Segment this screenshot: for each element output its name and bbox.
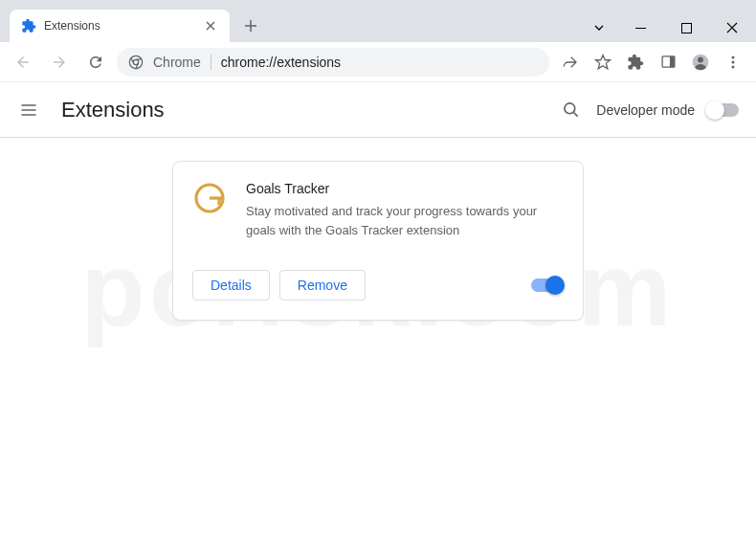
sidepanel-icon[interactable] (653, 47, 683, 78)
page-title: Extensions (61, 98, 554, 123)
extension-logo (192, 181, 227, 215)
maximize-button[interactable] (664, 13, 708, 42)
extension-card: Goals Tracker Stay motivated and track y… (172, 161, 584, 321)
svg-point-10 (565, 102, 575, 113)
developer-mode-toggle[interactable] (706, 103, 739, 117)
toolbar-icons (555, 47, 748, 78)
extension-name: Goals Tracker (246, 181, 564, 196)
svg-rect-0 (681, 23, 691, 33)
window-titlebar: Extensions (0, 0, 756, 42)
minimize-button[interactable] (618, 13, 662, 42)
svg-point-8 (732, 60, 735, 63)
svg-point-9 (732, 65, 735, 68)
menu-icon[interactable] (718, 47, 748, 78)
extensions-icon[interactable] (620, 47, 651, 78)
address-bar: Chrome chrome://extensions (0, 42, 756, 82)
omnibox-origin: Chrome (153, 55, 201, 70)
details-button[interactable]: Details (192, 270, 270, 301)
developer-mode-label: Developer mode (596, 102, 695, 118)
extension-description: Stay motivated and track your progress t… (246, 202, 564, 239)
toggle-knob (545, 276, 565, 295)
omnibox[interactable]: Chrome chrome://extensions (117, 48, 549, 77)
forward-button[interactable] (44, 47, 75, 78)
search-icon[interactable] (554, 93, 589, 127)
extensions-header: Extensions Developer mode (0, 82, 756, 138)
new-tab-button[interactable] (237, 12, 264, 39)
omnibox-url: chrome://extensions (221, 55, 538, 70)
browser-tab[interactable]: Extensions (10, 10, 230, 42)
extension-enable-toggle[interactable] (531, 278, 564, 292)
svg-point-6 (698, 56, 703, 62)
profile-icon[interactable] (685, 47, 716, 78)
reload-button[interactable] (80, 47, 111, 78)
hamburger-icon[interactable] (17, 99, 40, 122)
extensions-list: pcrisk.com Goals Tracker Stay motivated … (0, 138, 756, 344)
bookmark-icon[interactable] (588, 47, 618, 78)
share-icon[interactable] (555, 47, 586, 78)
tabs-strip: Extensions (0, 0, 582, 42)
svg-point-7 (732, 56, 735, 58)
remove-button[interactable]: Remove (279, 270, 366, 301)
chevron-down-icon[interactable] (582, 13, 616, 42)
card-header: Goals Tracker Stay motivated and track y… (192, 181, 564, 239)
back-button[interactable] (8, 47, 38, 78)
card-actions: Details Remove (192, 270, 564, 301)
close-window-button[interactable] (710, 13, 754, 42)
chrome-icon (128, 55, 144, 70)
puzzle-icon (21, 18, 36, 33)
close-icon[interactable] (203, 18, 218, 33)
toggle-knob (705, 100, 724, 120)
omnibox-separator (211, 55, 211, 70)
window-controls (582, 11, 756, 42)
extension-info: Goals Tracker Stay motivated and track y… (246, 181, 564, 239)
svg-rect-4 (669, 56, 674, 67)
tab-title: Extensions (44, 19, 195, 33)
